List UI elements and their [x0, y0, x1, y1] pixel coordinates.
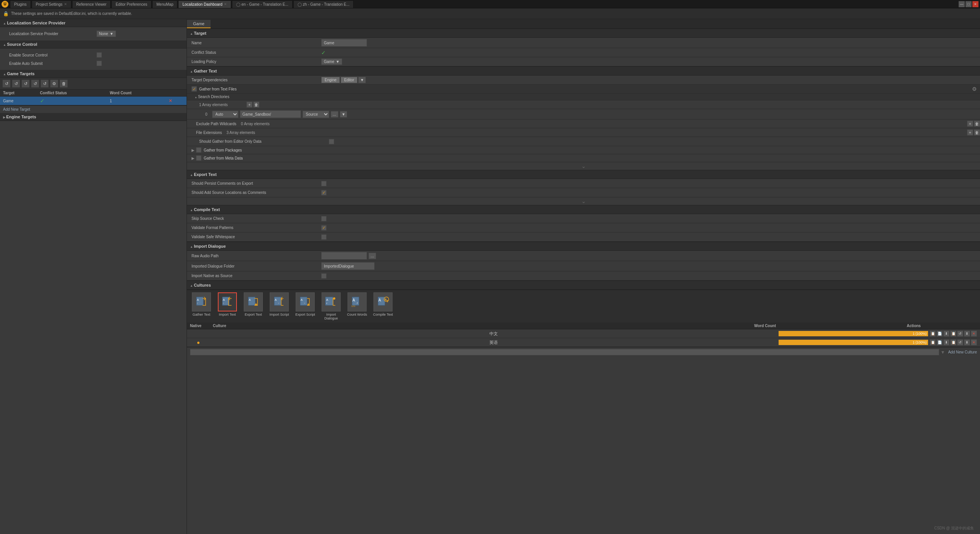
game-targets-header[interactable]: Game Targets	[0, 70, 187, 78]
validate-safe-whitespace-checkbox[interactable]	[321, 234, 327, 240]
imported-dialogue-folder-input[interactable]	[321, 262, 375, 270]
validate-format-patterns-checkbox[interactable]	[321, 225, 327, 231]
import-dialogue-icon-box: A z	[322, 292, 341, 311]
engine-targets-header[interactable]: Engine Targets	[0, 113, 187, 121]
source-more-options-button[interactable]: …	[331, 111, 338, 118]
table-row[interactable]: Game ✓ 1 ✕	[0, 97, 187, 105]
tab-menumap[interactable]: MenuMap	[152, 0, 177, 8]
localization-service-header[interactable]: Localization Service Provider	[0, 19, 187, 27]
count-words-tool[interactable]: A z 123 Count Words	[346, 292, 369, 316]
en-action-6[interactable]: ⬇	[964, 339, 970, 345]
import-script-tool[interactable]: A z Import Script	[268, 292, 291, 316]
source-path-input[interactable]	[240, 110, 301, 118]
file-ext-add-btn[interactable]: +	[967, 129, 973, 136]
gather-meta-checkbox[interactable]	[196, 155, 201, 161]
zh-action-6[interactable]: ⬇	[964, 331, 970, 337]
zh-action-4[interactable]: 📋	[950, 331, 956, 337]
gather-text-files-checkbox[interactable]	[191, 86, 197, 92]
dep-editor-button[interactable]: Editor	[341, 77, 357, 83]
dep-engine-button[interactable]: Engine	[321, 77, 340, 83]
source-type-select[interactable]: Source Content	[303, 111, 329, 118]
compile-text-section-header[interactable]: Compile Text	[187, 205, 980, 214]
target-tool-3[interactable]: ↺	[21, 79, 30, 88]
tab-localization-dashboard[interactable]: Localization Dashboard ✕	[178, 0, 231, 8]
add-source-locations-label: Should Add Source Locations as Comments	[191, 190, 321, 195]
tab-close-icon[interactable]: ✕	[64, 2, 67, 6]
compile-text-tool[interactable]: A Compile Text	[372, 292, 394, 316]
import-native-as-source-value	[321, 273, 980, 279]
en-action-3[interactable]: ⬇	[943, 339, 949, 345]
en-action-2[interactable]: 📄	[937, 339, 943, 345]
zh-action-5[interactable]: ↺	[957, 331, 963, 337]
en-action-remove[interactable]: ✕	[971, 339, 977, 345]
export-script-icon: A z	[299, 295, 312, 308]
source-expand-button[interactable]: ▼	[340, 111, 348, 118]
auto-submit-label: Enable Auto Submit	[3, 61, 97, 66]
gather-packages-expand-icon[interactable]: ▶	[191, 148, 195, 152]
add-new-target-button[interactable]: Add New Target	[0, 105, 187, 113]
maximize-button[interactable]: □	[966, 1, 972, 7]
editor-only-checkbox[interactable]	[329, 139, 334, 144]
tab-reference-viewer[interactable]: Reference Viewer	[72, 0, 111, 8]
export-text-tool[interactable]: A Export Text	[242, 292, 265, 316]
target-name-input[interactable]	[321, 39, 367, 47]
skip-source-check-checkbox[interactable]	[321, 216, 327, 221]
add-source-locations-checkbox[interactable]	[321, 190, 327, 195]
cultures-section-header[interactable]: Cultures	[187, 281, 980, 290]
tab-plugins[interactable]: Plugins	[10, 0, 31, 8]
source-auto-select[interactable]: Auto Relative Absolute	[212, 111, 238, 118]
tab-editor-preferences[interactable]: Editor Preferences	[111, 0, 151, 8]
search-dir-remove-btn[interactable]: 🗑	[253, 102, 259, 108]
tab-zh-translation[interactable]: ◯ zh - Game - Translation E...	[293, 0, 354, 8]
search-directories-header[interactable]: Search Directories	[187, 94, 980, 100]
target-tool-delete[interactable]: 🗑	[60, 79, 68, 88]
gather-text-files-settings-icon[interactable]: ⚙	[972, 86, 977, 92]
raw-audio-path-browse-button[interactable]: …	[369, 253, 376, 259]
remove-target-icon[interactable]: ✕	[169, 98, 172, 103]
target-tool-settings[interactable]: ⚙	[50, 79, 58, 88]
en-action-4[interactable]: 📋	[950, 339, 956, 345]
target-deps-label: Target Dependencies	[191, 78, 321, 82]
zh-action-3[interactable]: ⬇	[943, 331, 949, 337]
game-tab[interactable]: Game	[187, 20, 211, 28]
tab-en-translation[interactable]: ◯ en - Game - Translation E...	[232, 0, 293, 8]
gather-meta-expand-icon[interactable]: ▶	[191, 156, 195, 160]
zh-action-1[interactable]: 📋	[930, 331, 936, 337]
target-tool-2[interactable]: ↺	[12, 79, 20, 88]
zh-action-remove[interactable]: ✕	[971, 331, 977, 337]
dep-dropdown-button[interactable]: ▼	[358, 77, 366, 83]
enable-source-control-checkbox[interactable]	[97, 52, 102, 58]
raw-audio-path-input[interactable]	[321, 252, 367, 260]
service-provider-dropdown[interactable]: None ▼	[97, 31, 116, 37]
add-culture-input[interactable]	[190, 349, 939, 355]
search-dir-add-btn[interactable]: +	[246, 102, 253, 108]
tab-project-settings[interactable]: Project Settings ✕	[32, 0, 71, 8]
gather-packages-checkbox[interactable]	[196, 147, 201, 153]
gather-text-tool[interactable]: A z Gather Text	[190, 292, 213, 316]
source-control-header[interactable]: Source Control	[0, 40, 187, 48]
close-button[interactable]: ✕	[972, 1, 978, 7]
target-tool-4[interactable]: ↺	[31, 79, 39, 88]
gather-text-section-header[interactable]: Gather Text	[187, 66, 980, 76]
target-tool-refresh[interactable]: ↺	[2, 79, 11, 88]
en-action-5[interactable]: ↺	[957, 339, 963, 345]
exclude-remove-btn[interactable]: 🗑	[974, 121, 980, 127]
import-text-tool[interactable]: A z Import Text	[216, 292, 239, 316]
minimize-button[interactable]: —	[959, 1, 965, 7]
tab-loc-close-icon[interactable]: ✕	[224, 2, 227, 6]
target-section-header[interactable]: Target	[187, 29, 980, 38]
file-ext-remove-btn[interactable]: 🗑	[974, 129, 980, 136]
auto-submit-checkbox[interactable]	[97, 61, 102, 66]
target-tool-5[interactable]: ↺	[40, 79, 49, 88]
en-action-1[interactable]: 📋	[930, 339, 936, 345]
persist-comments-checkbox[interactable]	[321, 181, 327, 186]
zh-action-2[interactable]: 📄	[937, 331, 943, 337]
import-native-as-source-checkbox[interactable]	[321, 273, 327, 279]
import-dialogue-section-header[interactable]: Import Dialogue	[187, 242, 980, 251]
import-dialogue-tool[interactable]: A z Import Dialogue	[320, 292, 343, 320]
loading-policy-dropdown[interactable]: Game ▼	[321, 58, 342, 65]
exclude-add-btn[interactable]: +	[967, 121, 973, 127]
export-text-section-header[interactable]: Export Text	[187, 170, 980, 179]
export-script-tool[interactable]: A z Export Script	[294, 292, 317, 316]
compile-text-icon: A	[377, 295, 389, 308]
